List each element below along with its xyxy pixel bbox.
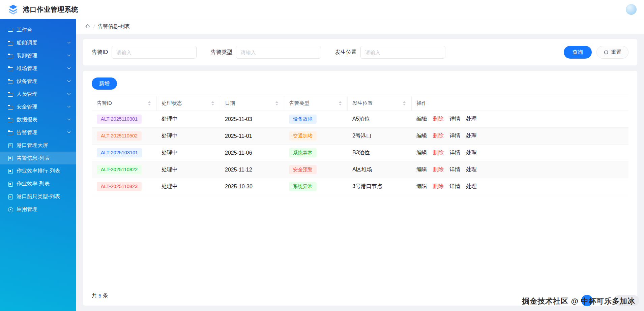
sidebar-item[interactable]: 安全管理 bbox=[0, 100, 76, 113]
filter-card: 告警ID 告警类型 发生位置 查询 bbox=[83, 39, 637, 65]
column-header[interactable]: 发生位置 bbox=[347, 96, 411, 111]
page-body: 告警ID 告警类型 发生位置 查询 bbox=[76, 34, 644, 311]
menu-item-label: 安全管理 bbox=[17, 103, 37, 111]
menu-item-icon bbox=[7, 155, 13, 161]
total-suffix: 条 bbox=[103, 292, 108, 299]
watermark-text: 掘金技术社区 @ 中杯可乐多加冰 bbox=[522, 297, 635, 305]
breadcrumb-separator: / bbox=[93, 24, 95, 29]
sort-icon[interactable] bbox=[338, 100, 342, 106]
sidebar-item[interactable]: 港口船只类型-列表 bbox=[0, 190, 76, 203]
sidebar-item[interactable]: 应用管理 bbox=[0, 203, 76, 216]
action-detail-link[interactable]: 详情 bbox=[449, 132, 460, 139]
filter-input[interactable] bbox=[112, 46, 197, 59]
action-delete-link[interactable]: 删除 bbox=[433, 116, 444, 123]
action-edit-link[interactable]: 编辑 bbox=[416, 132, 427, 139]
action-delete-link[interactable]: 删除 bbox=[433, 132, 444, 139]
alert-type-badge: 系统异常 bbox=[289, 148, 317, 157]
column-label: 发生位置 bbox=[353, 100, 373, 106]
alert-id-badge: ALT-2025110502 bbox=[97, 131, 142, 141]
sort-icon[interactable] bbox=[402, 100, 406, 106]
breadcrumb: / 告警信息-列表 bbox=[76, 19, 644, 34]
action-detail-link[interactable]: 详情 bbox=[449, 116, 460, 123]
menu-item-label: 应用管理 bbox=[17, 206, 37, 213]
column-header[interactable]: 处理状态 bbox=[156, 96, 220, 111]
total-prefix: 共 bbox=[92, 292, 97, 299]
action-edit-link[interactable]: 编辑 bbox=[416, 149, 427, 156]
date-text: 2025-11-12 bbox=[225, 167, 252, 173]
action-edit-link[interactable]: 编辑 bbox=[416, 116, 427, 123]
date-text: 2025-10-30 bbox=[225, 184, 253, 189]
status-text: 处理中 bbox=[162, 166, 178, 172]
sidebar-item[interactable]: 港口管理大屏 bbox=[0, 139, 76, 152]
sidebar-item[interactable]: 告警信息-列表 bbox=[0, 152, 76, 164]
status-text: 处理中 bbox=[162, 150, 178, 155]
menu-item-label: 告警管理 bbox=[17, 129, 37, 136]
app-root: 港口作业管理系统 工作台 船舶调度 装卸管理 bbox=[0, 0, 644, 311]
action-detail-link[interactable]: 详情 bbox=[449, 183, 460, 190]
menu-item-icon bbox=[7, 104, 13, 110]
menu-item-label: 人员管理 bbox=[17, 91, 37, 98]
sidebar-item[interactable]: 设备管理 bbox=[0, 75, 76, 88]
sort-icon[interactable] bbox=[211, 100, 215, 106]
filter-field: 告警类型 bbox=[211, 46, 321, 59]
search-button[interactable]: 查询 bbox=[564, 46, 592, 59]
brand: 港口作业管理系统 bbox=[7, 4, 78, 15]
location-text: B3泊位 bbox=[352, 150, 370, 155]
alert-type-badge: 系统异常 bbox=[289, 182, 317, 191]
filter-input[interactable] bbox=[236, 46, 321, 59]
app-title: 港口作业管理系统 bbox=[23, 5, 78, 14]
action-delete-link[interactable]: 删除 bbox=[433, 149, 444, 156]
menu-item-icon bbox=[7, 207, 13, 212]
date-text: 2025-11-03 bbox=[225, 116, 252, 122]
menu-item-icon bbox=[7, 168, 13, 174]
column-label: 处理状态 bbox=[162, 100, 182, 106]
menu-item-icon bbox=[7, 27, 13, 33]
location-text: A区堆场 bbox=[352, 166, 372, 172]
column-header[interactable]: 日期 bbox=[220, 96, 284, 111]
action-delete-link[interactable]: 删除 bbox=[433, 183, 444, 190]
home-icon[interactable] bbox=[85, 24, 90, 29]
menu-item-label: 数据报表 bbox=[17, 116, 37, 123]
action-edit-link[interactable]: 编辑 bbox=[416, 183, 427, 190]
sidebar-item[interactable]: 装卸管理 bbox=[0, 49, 76, 62]
sidebar-item[interactable]: 人员管理 bbox=[0, 88, 76, 100]
row-actions: 编辑 删除 详情 处理 bbox=[416, 132, 623, 139]
alert-id-badge: ALT-2025103101 bbox=[97, 148, 142, 157]
action-handle-link[interactable]: 处理 bbox=[466, 132, 477, 139]
action-handle-link[interactable]: 处理 bbox=[466, 116, 477, 123]
status-text: 处理中 bbox=[162, 116, 178, 122]
sort-icon[interactable] bbox=[275, 100, 279, 106]
sort-icon[interactable] bbox=[147, 100, 151, 106]
total-number: 5 bbox=[98, 293, 101, 299]
sidebar-item[interactable]: 作业效率-列表 bbox=[0, 177, 76, 190]
column-header[interactable]: 告警ID bbox=[92, 96, 156, 111]
action-handle-link[interactable]: 处理 bbox=[466, 166, 477, 173]
menu-item-icon bbox=[7, 40, 13, 45]
action-edit-link[interactable]: 编辑 bbox=[416, 166, 427, 173]
filter-field: 告警ID bbox=[92, 46, 197, 59]
action-handle-link[interactable]: 处理 bbox=[466, 183, 477, 190]
sidebar-item[interactable]: 作业效率排行-列表 bbox=[0, 164, 76, 177]
filter-input[interactable] bbox=[360, 46, 445, 59]
action-handle-link[interactable]: 处理 bbox=[466, 149, 477, 156]
column-header[interactable]: 操作 bbox=[411, 96, 628, 111]
menu-item-icon bbox=[7, 79, 13, 84]
sidebar-menu: 工作台 船舶调度 装卸管理 堆场管理 bbox=[0, 24, 76, 216]
sidebar-item[interactable]: 工作台 bbox=[0, 24, 76, 36]
date-text: 2025-11-01 bbox=[225, 133, 252, 139]
action-detail-link[interactable]: 详情 bbox=[449, 166, 460, 173]
add-button[interactable]: 新增 bbox=[92, 77, 117, 90]
sidebar-item[interactable]: 船舶调度 bbox=[0, 36, 76, 49]
user-avatar[interactable] bbox=[626, 4, 637, 15]
location-text: 2号港口 bbox=[352, 133, 372, 138]
column-header[interactable]: 告警类型 bbox=[284, 96, 347, 111]
sidebar-item[interactable]: 堆场管理 bbox=[0, 62, 76, 75]
sidebar-item[interactable]: 数据报表 bbox=[0, 113, 76, 126]
row-actions: 编辑 删除 详情 处理 bbox=[416, 116, 623, 123]
menu-item-label: 船舶调度 bbox=[17, 39, 37, 46]
action-detail-link[interactable]: 详情 bbox=[449, 149, 460, 156]
sidebar-item[interactable]: 告警管理 bbox=[0, 126, 76, 139]
table-row: ALT-2025110822 处理中 2025-11-12 安全预警 A区堆场 … bbox=[92, 161, 628, 178]
action-delete-link[interactable]: 删除 bbox=[433, 166, 444, 173]
reset-button[interactable]: 重置 bbox=[596, 46, 628, 59]
